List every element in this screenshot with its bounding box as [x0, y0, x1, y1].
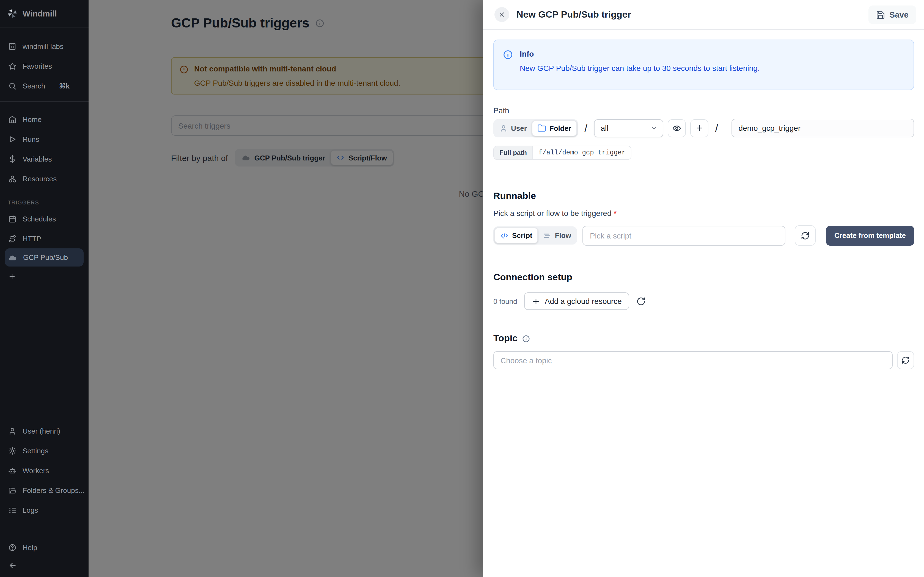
sidebar: Windmill windmill-labs Favorites Search …: [0, 0, 89, 577]
refresh-topics-button[interactable]: [897, 351, 914, 369]
refresh-icon: [901, 356, 910, 364]
drawer-title: New GCP Pub/Sub trigger: [517, 9, 631, 20]
kind-flow-button[interactable]: Flow: [538, 227, 576, 243]
sidebar-item-label: Settings: [23, 446, 48, 455]
add-trigger-kind-button[interactable]: [0, 266, 89, 286]
connection-setup-heading: Connection setup: [493, 272, 914, 283]
calendar-icon: [8, 214, 16, 223]
sidebar-item-gcp-pubsub[interactable]: GCP Pub/Sub: [5, 248, 84, 266]
pick-script-input[interactable]: [583, 226, 785, 245]
sidebar-item-workspace[interactable]: windmill-labs: [0, 36, 89, 56]
close-drawer-button[interactable]: [494, 7, 509, 22]
topic-select-placeholder: Choose a topic: [501, 356, 552, 364]
full-path-badge: Full path f/all/demo_gcp_trigger: [493, 146, 632, 160]
code-icon: [500, 231, 509, 240]
sidebar-item-label: Schedules: [23, 214, 56, 223]
create-from-template-button[interactable]: Create from template: [826, 226, 914, 245]
arrow-left-icon: [8, 561, 17, 570]
close-icon: [498, 11, 506, 18]
topic-heading: Topic: [493, 333, 914, 344]
save-button[interactable]: Save: [869, 5, 916, 24]
app-root: GCP Pub/Sub triggers Not compatible with…: [0, 0, 924, 577]
path-row: User Folder / all: [493, 119, 914, 137]
refresh-resources-button[interactable]: [636, 297, 646, 306]
save-button-label: Save: [889, 10, 909, 19]
user-icon: [499, 124, 508, 132]
info-icon: [503, 50, 513, 81]
star-icon: [8, 62, 16, 70]
sidebar-bottom-group: User (henri) Settings Workers Folders & …: [0, 421, 89, 520]
sidebar-item-logs[interactable]: Logs: [0, 500, 89, 520]
sidebar-item-label: Help: [23, 543, 37, 551]
refresh-scripts-button[interactable]: [795, 225, 816, 246]
sidebar-item-variables[interactable]: Variables: [0, 149, 89, 169]
sidebar-item-schedules[interactable]: Schedules: [0, 209, 89, 229]
view-folder-button[interactable]: [668, 119, 686, 137]
robot-icon: [8, 466, 16, 474]
owner-folder-button[interactable]: Folder: [532, 120, 577, 136]
refresh-icon: [801, 231, 809, 240]
add-gcloud-resource-button[interactable]: Add a gcloud resource: [524, 292, 630, 310]
owner-user-button[interactable]: User: [494, 120, 532, 136]
create-from-template-label: Create from template: [834, 231, 906, 240]
topic-heading-text: Topic: [493, 333, 517, 344]
sidebar-item-favorites[interactable]: Favorites: [0, 56, 89, 76]
sidebar-item-label: Favorites: [23, 62, 52, 70]
sidebar-item-label: Variables: [23, 155, 52, 163]
info-alert-content: Info New GCP Pub/Sub trigger can take up…: [520, 49, 760, 81]
app-title: Windmill: [23, 9, 57, 18]
sidebar-item-label: Folders & Groups...: [23, 486, 84, 494]
runnable-kind-toggle: Script Flow: [493, 226, 577, 245]
owner-folder-label: Folder: [549, 124, 571, 132]
sidebar-item-http[interactable]: HTTP: [0, 229, 89, 248]
sidebar-item-search[interactable]: Search ⌘k: [0, 76, 89, 96]
resources-found-count: 0 found: [493, 297, 517, 305]
sidebar-item-resources[interactable]: Resources: [0, 169, 89, 189]
save-icon: [876, 10, 885, 19]
collapse-sidebar-button[interactable]: [0, 557, 89, 574]
sidebar-item-label: Runs: [23, 135, 39, 143]
search-icon: [8, 82, 16, 90]
kind-flow-label: Flow: [555, 231, 571, 240]
topic-select[interactable]: Choose a topic: [493, 351, 893, 369]
sidebar-item-user[interactable]: User (henri): [0, 421, 89, 441]
info-alert-title: Info: [520, 50, 760, 58]
flow-icon: [543, 231, 552, 240]
gear-icon: [8, 446, 16, 455]
path-label: Path: [493, 106, 914, 115]
info-alert: Info New GCP Pub/Sub trigger can take up…: [493, 40, 914, 90]
sidebar-item-help[interactable]: Help: [0, 537, 89, 557]
user-icon: [8, 427, 16, 435]
building-icon: [8, 42, 16, 50]
folder-open-icon: [8, 486, 16, 494]
sidebar-item-label: HTTP: [23, 234, 41, 243]
triggers-section-label: TRIGGERS: [8, 200, 89, 206]
dollar-icon: [8, 155, 16, 163]
sidebar-item-home[interactable]: Home: [0, 110, 89, 129]
full-path-value: f/all/demo_gcp_trigger: [533, 146, 631, 160]
windmill-logo-icon: [7, 8, 18, 19]
route-icon: [8, 234, 16, 243]
sidebar-item-workers[interactable]: Workers: [0, 461, 89, 480]
kind-script-button[interactable]: Script: [494, 227, 538, 243]
path-separator: /: [715, 122, 718, 134]
owner-user-label: User: [511, 124, 527, 132]
sidebar-item-settings[interactable]: Settings: [0, 441, 89, 461]
runnable-description-text: Pick a script or flow to be triggered: [493, 209, 612, 218]
home-icon: [8, 115, 16, 123]
runnable-row: Script Flow Create fr: [493, 225, 914, 246]
info-icon[interactable]: [522, 334, 530, 343]
chevron-down-icon: [650, 124, 658, 132]
sidebar-item-folders-groups[interactable]: Folders & Groups...: [0, 480, 89, 500]
folder-icon: [537, 124, 546, 132]
trigger-name-input[interactable]: [732, 119, 914, 137]
sidebar-item-runs[interactable]: Runs: [0, 129, 89, 149]
folder-select[interactable]: all: [594, 119, 663, 137]
full-path-label: Full path: [494, 146, 533, 160]
logo-row[interactable]: Windmill: [0, 0, 89, 27]
plus-icon: [8, 272, 16, 280]
add-folder-button[interactable]: [690, 119, 708, 137]
sidebar-item-label: GCP Pub/Sub: [23, 253, 68, 261]
plus-icon: [532, 297, 540, 305]
sidebar-item-label: Resources: [23, 174, 57, 183]
